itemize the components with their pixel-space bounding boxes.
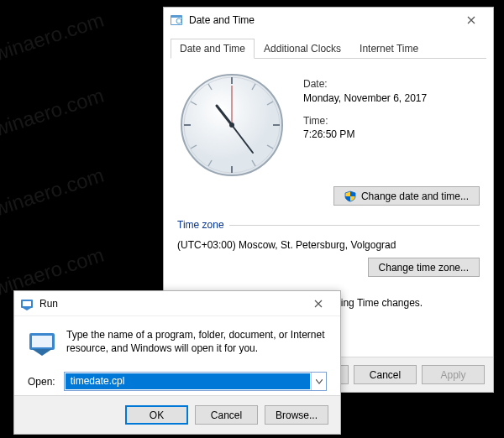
- svg-point-20: [229, 123, 234, 128]
- watermark: winaero.com: [0, 84, 107, 142]
- open-label: Open:: [28, 376, 55, 388]
- run-dialog: Run Type the name of a program, folder, …: [13, 290, 341, 435]
- uac-shield-icon: [344, 190, 356, 202]
- browse-button[interactable]: Browse...: [265, 405, 328, 425]
- chevron-down-icon[interactable]: [311, 373, 326, 390]
- window-title: Run: [39, 298, 302, 310]
- time-label: Time:: [303, 114, 480, 128]
- timezone-header: Time zone: [177, 219, 480, 231]
- watermark: winaero.com: [0, 8, 107, 66]
- analog-clock: [177, 70, 286, 180]
- open-combobox[interactable]: timedate.cpl: [64, 372, 327, 391]
- timezone-value: (UTC+03:00) Moscow, St. Petersburg, Volg…: [177, 239, 480, 251]
- run-icon: [19, 296, 34, 311]
- cancel-button[interactable]: Cancel: [354, 365, 417, 384]
- titlebar[interactable]: Run: [14, 291, 340, 316]
- dialog-footer: OK Cancel Browse...: [14, 395, 340, 434]
- time-value: 7:26:50 PM: [303, 128, 480, 142]
- titlebar[interactable]: Date and Time: [164, 8, 493, 33]
- window-title: Date and Time: [189, 14, 454, 26]
- apply-button[interactable]: Apply: [422, 365, 485, 384]
- tab-panel: Date: Monday, November 6, 2017 Time: 7:2…: [164, 59, 493, 315]
- tab-bar: Date and Time Additional Clocks Internet…: [171, 38, 486, 59]
- change-date-time-label: Change date and time...: [361, 190, 469, 202]
- date-label: Date:: [303, 77, 480, 91]
- change-timezone-button[interactable]: Change time zone...: [368, 258, 480, 277]
- date-value: Monday, November 6, 2017: [303, 91, 480, 106]
- clock-icon: [169, 13, 184, 28]
- close-button[interactable]: [302, 292, 335, 315]
- svg-point-2: [176, 18, 181, 23]
- run-description: Type the name of a program, folder, docu…: [66, 328, 327, 357]
- svg-rect-24: [32, 336, 52, 347]
- close-button[interactable]: [454, 8, 488, 32]
- change-date-time-button[interactable]: Change date and time...: [333, 186, 480, 206]
- close-icon: [467, 16, 475, 24]
- tab-date-and-time[interactable]: Date and Time: [171, 39, 255, 59]
- close-icon: [314, 300, 323, 308]
- cancel-button[interactable]: Cancel: [195, 405, 258, 425]
- tab-additional-clocks[interactable]: Additional Clocks: [255, 39, 350, 59]
- run-dialog-icon: [28, 328, 56, 357]
- ok-button[interactable]: OK: [125, 405, 188, 425]
- watermark: winaero.com: [0, 164, 107, 222]
- svg-rect-22: [23, 301, 31, 306]
- open-value[interactable]: timedate.cpl: [66, 373, 310, 389]
- tab-internet-time[interactable]: Internet Time: [350, 39, 428, 59]
- date-time-info: Date: Monday, November 6, 2017 Time: 7:2…: [303, 70, 480, 180]
